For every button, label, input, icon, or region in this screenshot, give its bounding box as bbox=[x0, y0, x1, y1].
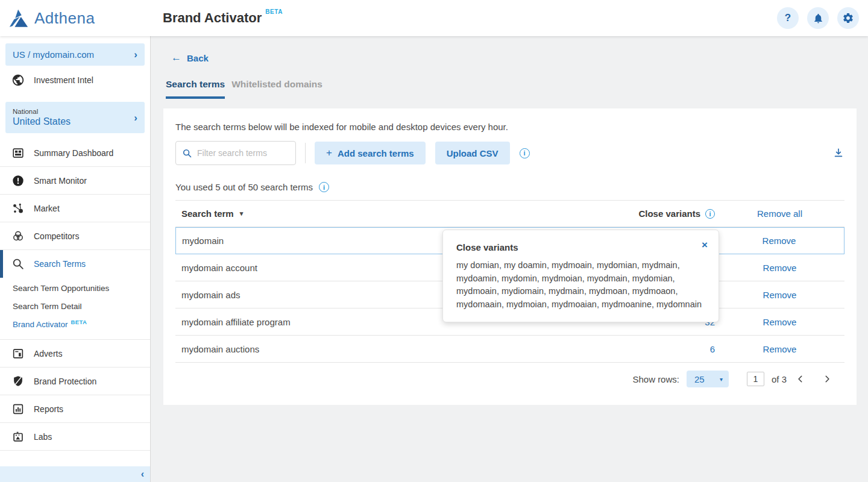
subnav-item-search-term-detail[interactable]: Search Term Detail bbox=[0, 297, 150, 315]
column-header-close-variants: Close variants i bbox=[624, 208, 715, 219]
download-icon bbox=[832, 147, 844, 159]
page-number-input[interactable] bbox=[747, 372, 764, 386]
sidebar-item-smart-monitor[interactable]: Smart Monitor bbox=[0, 167, 150, 195]
settings-button[interactable] bbox=[837, 7, 859, 29]
pagination: Show rows: 25 ▾ of 3 bbox=[175, 371, 844, 387]
close-variants-cell[interactable]: 6 bbox=[624, 344, 715, 354]
chevron-left-icon: ‹ bbox=[141, 469, 144, 480]
sidebar-item-label: Search Terms bbox=[34, 259, 86, 269]
subnav-item-search-term-opportunities[interactable]: Search Term Opportunities bbox=[0, 279, 150, 297]
add-search-terms-label: Add search terms bbox=[338, 148, 414, 158]
add-search-terms-button[interactable]: + Add search terms bbox=[315, 142, 426, 164]
card-description: The search terms below will be indexed f… bbox=[163, 108, 857, 132]
region-eyebrow: National bbox=[13, 108, 71, 115]
sidebar-item-label: Investment Intel bbox=[34, 75, 93, 85]
chevron-right-icon: › bbox=[134, 49, 137, 60]
upload-csv-button[interactable]: Upload CSV bbox=[435, 142, 510, 164]
tab-whitelisted-domains[interactable]: Whitelisted domains bbox=[231, 79, 322, 99]
rows-per-page-value: 25 bbox=[694, 374, 705, 384]
sidebar-item-reports[interactable]: Reports bbox=[0, 395, 150, 423]
sidebar: US / mydomain.com › Investment Intel Nat… bbox=[0, 36, 151, 482]
sidebar-item-label: Reports bbox=[34, 404, 63, 414]
chevron-right-icon: › bbox=[134, 113, 137, 123]
subnav-item-label: Search Term Opportunities bbox=[13, 284, 109, 293]
close-icon[interactable]: × bbox=[702, 240, 708, 250]
usage-info-icon[interactable]: i bbox=[319, 182, 329, 192]
download-button[interactable] bbox=[832, 147, 844, 159]
flask-icon bbox=[11, 430, 25, 444]
popup-body: my domian, my doamin, mydmoain, mydomian… bbox=[456, 259, 705, 311]
search-term-cell: mydomain auctions bbox=[175, 344, 624, 354]
subnav-item-label: Brand Activator bbox=[13, 320, 68, 329]
plus-icon: + bbox=[326, 147, 332, 159]
sidebar-item-label: Labs bbox=[34, 432, 52, 442]
search-icon bbox=[182, 148, 192, 158]
globe-icon bbox=[11, 73, 25, 87]
column-header-search-term[interactable]: Search term ▾ bbox=[175, 208, 624, 219]
region-label: United States bbox=[13, 116, 71, 127]
network-icon bbox=[11, 201, 25, 216]
alert-icon bbox=[11, 174, 25, 188]
bar-chart-icon bbox=[11, 402, 25, 416]
question-mark-icon: ? bbox=[785, 12, 791, 24]
popup-title: Close variants bbox=[456, 242, 705, 252]
tab-bar: Search terms Whitelisted domains bbox=[166, 79, 329, 99]
account-selector[interactable]: US / mydomain.com › bbox=[5, 43, 145, 66]
sidebar-item-label: Market bbox=[34, 204, 60, 213]
sidebar-item-label: Smart Monitor bbox=[34, 176, 87, 186]
rows-per-page-select[interactable]: 25 ▾ bbox=[687, 371, 729, 387]
adthena-logo-icon bbox=[8, 8, 29, 28]
logo-text: Adthena bbox=[34, 9, 95, 28]
search-terms-subnav: Search Term Opportunities Search Term De… bbox=[0, 278, 150, 340]
remove-button[interactable]: Remove bbox=[715, 317, 844, 327]
table-row[interactable]: mydomain auctions 6 Remove bbox=[175, 336, 844, 363]
sidebar-item-market[interactable]: Market bbox=[0, 195, 150, 222]
sidebar-item-brand-protection[interactable]: Brand Protection bbox=[0, 368, 150, 395]
filter-search-input[interactable] bbox=[197, 148, 288, 158]
sidebar-item-investment-intel[interactable]: Investment Intel bbox=[0, 66, 150, 95]
subnav-item-label: Search Term Detail bbox=[13, 302, 82, 311]
remove-button[interactable]: Remove bbox=[715, 290, 844, 300]
controls-row: + Add search terms Upload CSV i bbox=[175, 141, 844, 165]
back-label: Back bbox=[187, 53, 209, 63]
search-icon bbox=[11, 257, 25, 271]
beta-badge: BETA bbox=[71, 319, 87, 325]
region-selector[interactable]: National United States › bbox=[5, 102, 145, 133]
notifications-button[interactable] bbox=[807, 7, 829, 29]
upload-info-icon[interactable]: i bbox=[520, 148, 530, 158]
remove-all-button[interactable]: Remove all bbox=[715, 208, 844, 219]
page-title: Brand Activator bbox=[163, 0, 262, 36]
usage-text: You used 5 out of 50 search terms bbox=[175, 182, 313, 192]
venn-icon bbox=[11, 229, 25, 243]
remove-button[interactable]: Remove bbox=[715, 344, 844, 354]
sidebar-item-label: Brand Protection bbox=[34, 377, 96, 386]
help-button[interactable]: ? bbox=[777, 7, 799, 29]
sidebar-item-summary-dashboard[interactable]: Summary Dashboard bbox=[0, 139, 150, 167]
sidebar-item-adverts[interactable]: Adverts bbox=[0, 340, 150, 368]
show-rows-label: Show rows: bbox=[632, 374, 679, 384]
next-page-button[interactable] bbox=[820, 372, 834, 386]
back-button[interactable]: ← Back bbox=[171, 52, 209, 64]
shield-icon bbox=[11, 374, 25, 389]
sidebar-item-competitors[interactable]: Competitors bbox=[0, 222, 150, 250]
sidebar-collapse-button[interactable]: ‹ bbox=[0, 466, 150, 482]
chevron-right-icon bbox=[823, 375, 831, 383]
close-variants-popup: Close variants × my domian, my doamin, m… bbox=[442, 230, 719, 322]
subnav-item-brand-activator[interactable]: Brand Activator BETA bbox=[0, 315, 150, 333]
close-variants-column-label: Close variants bbox=[638, 208, 700, 219]
beta-badge: BETA bbox=[265, 8, 283, 15]
back-arrow-icon: ← bbox=[171, 52, 181, 64]
gear-icon bbox=[842, 12, 854, 24]
sidebar-item-labs[interactable]: Labs bbox=[0, 423, 150, 451]
sidebar-item-label: Competitors bbox=[34, 231, 79, 241]
remove-button[interactable]: Remove bbox=[715, 263, 844, 273]
adthena-logo[interactable]: Adthena bbox=[0, 8, 151, 28]
remove-button[interactable]: Remove bbox=[714, 236, 844, 246]
previous-page-button[interactable] bbox=[794, 372, 807, 386]
sidebar-item-search-terms[interactable]: Search Terms bbox=[0, 250, 150, 278]
filter-search-box[interactable] bbox=[175, 141, 296, 165]
close-variants-info-icon[interactable]: i bbox=[705, 209, 715, 219]
account-label: US / mydomain.com bbox=[13, 49, 94, 60]
upload-csv-label: Upload CSV bbox=[447, 148, 498, 158]
tab-search-terms[interactable]: Search terms bbox=[166, 79, 225, 99]
